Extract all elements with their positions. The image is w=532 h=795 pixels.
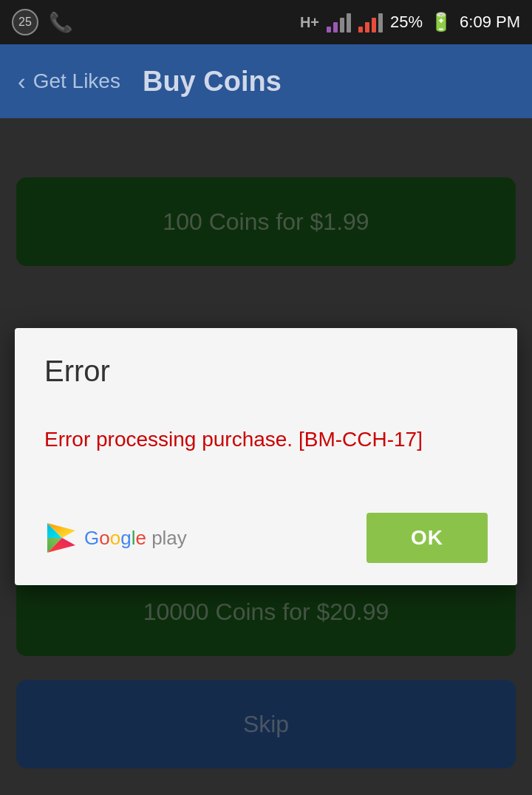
dialog-body: Error Error processing purchase. [BM-CCH… xyxy=(15,328,517,513)
dialog-overlay: Error Error processing purchase. [BM-CCH… xyxy=(0,118,532,795)
notification-badge: 25 xyxy=(12,9,38,35)
notification-count: 25 xyxy=(18,16,32,29)
phone-icon: 📞 xyxy=(49,11,72,34)
back-button[interactable]: ‹ Get Likes xyxy=(18,68,120,95)
status-time: 6:09 PM xyxy=(460,13,520,32)
signal-bars-1 xyxy=(327,12,351,33)
back-label: Get Likes xyxy=(33,69,120,93)
main-content: 100 Coins for $1.99 Error Error processi… xyxy=(0,118,532,795)
status-bar-left: 25 📞 xyxy=(12,9,72,35)
page-title: Buy Coins xyxy=(143,66,282,98)
battery-percentage: 25% xyxy=(390,13,423,32)
google-play-logo: Google play xyxy=(44,522,187,554)
back-chevron-icon: ‹ xyxy=(18,68,26,95)
battery-icon: 🔋 xyxy=(430,12,452,33)
dialog-title: Error xyxy=(44,355,488,388)
status-bar: 25 📞 H+ 25% 🔋 6:09 PM xyxy=(0,0,532,44)
signal-bars-2 xyxy=(358,12,383,33)
dialog-footer: Google play OK xyxy=(15,513,517,585)
status-bar-right: H+ 25% 🔋 6:09 PM xyxy=(300,12,520,33)
error-dialog: Error Error processing purchase. [BM-CCH… xyxy=(15,328,517,585)
google-play-icon xyxy=(44,522,77,554)
dialog-message: Error processing purchase. [BM-CCH-17] xyxy=(44,425,488,454)
google-play-text: Google play xyxy=(84,527,187,550)
ok-button[interactable]: OK xyxy=(366,513,488,563)
app-bar: ‹ Get Likes Buy Coins xyxy=(0,44,532,118)
network-type-icon: H+ xyxy=(300,14,319,31)
